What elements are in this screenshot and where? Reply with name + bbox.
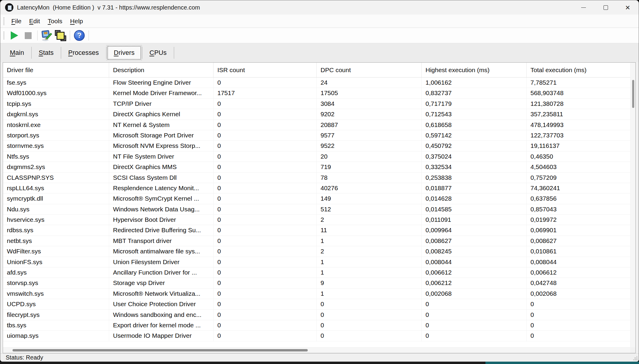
table-row[interactable]: tbs.sysExport driver for kernel mode ...… <box>3 320 630 331</box>
app-icon <box>5 3 13 12</box>
table-cell: 0 <box>213 278 317 288</box>
table-cell: 0 <box>213 120 317 130</box>
menu-edit[interactable]: Edit <box>25 16 44 26</box>
close-icon: ✕ <box>625 4 630 11</box>
tab-stats[interactable]: Stats <box>32 45 61 61</box>
table-cell: Ndu.sys <box>3 204 109 214</box>
start-monitor-button[interactable] <box>7 29 21 42</box>
horizontal-scrollbar[interactable] <box>3 347 630 353</box>
report-button[interactable] <box>54 29 67 42</box>
toolbar: ? <box>0 28 639 43</box>
table-row[interactable]: Ndu.sysWindows Network Data Usag...05120… <box>3 204 630 215</box>
table-cell: SCSI Class System Dll <box>109 173 213 183</box>
table-cell: 0,019972 <box>527 215 630 225</box>
menu-tools[interactable]: Tools <box>44 16 66 26</box>
tab-cpus[interactable]: CPUs <box>142 45 174 61</box>
table-cell: 9 <box>317 278 422 288</box>
table-cell: stornvme.sys <box>3 141 109 151</box>
menu-help[interactable]: Help <box>66 16 87 26</box>
table-row[interactable]: vmswitch.sysMicrosoft® Network Virtualiz… <box>3 289 630 299</box>
table-row[interactable]: rdbss.sysRedirected Drive Buffering Su..… <box>3 225 630 236</box>
table-row[interactable]: storvsp.sysStorage vsp Driver090,0062120… <box>3 278 630 288</box>
vertical-scrollbar[interactable] <box>630 63 635 347</box>
table-row[interactable]: ntoskrnl.exeNT Kernel & System0208870,61… <box>3 120 630 130</box>
table-cell: 478,149993 <box>527 120 630 130</box>
table-cell: 0 <box>213 310 317 320</box>
column-header-2[interactable]: ISR count <box>213 63 317 77</box>
resize-grip-icon[interactable] <box>633 356 638 360</box>
table-row[interactable]: hvservice.sysHypervisor Boot Driver020,0… <box>3 215 630 225</box>
table-row[interactable]: dxgkrnl.sysDirectX Graphics Kernel092020… <box>3 109 630 120</box>
table-cell: NT Kernel & System <box>109 120 213 130</box>
table-cell: 17517 <box>213 88 317 98</box>
tab-main[interactable]: Main <box>3 45 31 61</box>
toolbar-gripper <box>3 32 4 39</box>
table-cell: filecrypt.sys <box>3 310 109 320</box>
table-row[interactable]: WdFilter.sysMicrosoft antimalware file s… <box>3 246 630 257</box>
table-cell: 0,375024 <box>422 151 527 162</box>
table-cell: 0,002068 <box>422 289 527 299</box>
table-cell: tbs.sys <box>3 320 109 330</box>
table-row[interactable]: UnionFS.sysUnion Filesystem Driver010,00… <box>3 257 630 267</box>
table-row[interactable]: Ntfs.sysNT File System Driver0200,375024… <box>3 151 630 162</box>
help-button[interactable]: ? <box>72 29 86 42</box>
status-bar: Status: Ready <box>0 353 639 362</box>
table-cell: 0,253838 <box>422 173 527 183</box>
menu-file[interactable]: File <box>7 16 25 26</box>
table-row[interactable]: CLASSPNP.SYSSCSI Class System Dll0780,25… <box>3 173 630 183</box>
table-row[interactable]: uiomap.sysUsermode IO Mapper Driver0000 <box>3 331 630 341</box>
table-cell: 17505 <box>317 88 422 98</box>
table-cell: Redirected Drive Buffering Su... <box>109 225 213 235</box>
horizontal-scrollbar-thumb[interactable] <box>13 349 308 351</box>
close-button[interactable]: ✕ <box>617 0 639 15</box>
table-cell: 0 <box>422 320 527 330</box>
table-row[interactable]: fse.sysFlow Steering Engine Driver0241,0… <box>3 78 630 88</box>
table-row[interactable]: dxgmms2.sysDirectX Graphics MMS07190,332… <box>3 162 630 172</box>
table-cell: dxgkrnl.sys <box>3 109 109 119</box>
table-row[interactable]: netbt.sysMBT Transport driver010,0086270… <box>3 236 630 246</box>
table-row[interactable]: UCPD.sysUser Choice Protection Driver000… <box>3 299 630 309</box>
column-header-5[interactable]: Total execution (ms) <box>527 63 630 77</box>
tab-processes[interactable]: Processes <box>61 45 106 61</box>
stop-monitor-button[interactable] <box>21 29 35 42</box>
table-cell: 0,857043 <box>527 204 630 214</box>
table-cell: 40276 <box>317 183 422 193</box>
table-cell: uiomap.sys <box>3 331 109 341</box>
edit-options-button[interactable] <box>40 29 54 42</box>
table-cell: 0 <box>213 204 317 214</box>
tab-separator <box>174 47 174 59</box>
table-cell: 0,069901 <box>527 225 630 235</box>
table-row[interactable]: afd.sysAncillary Function Driver for ...… <box>3 267 630 278</box>
column-header-1[interactable]: Description <box>109 63 213 77</box>
vertical-scrollbar-thumb[interactable] <box>632 80 634 108</box>
table-cell: 0 <box>317 331 422 341</box>
column-header-3[interactable]: DPC count <box>317 63 422 77</box>
column-header-4[interactable]: Highest execution (ms) <box>422 63 527 77</box>
table-row[interactable]: symcryptk.dllMicrosoft® SymCrypt Kernel … <box>3 193 630 204</box>
window-title: LatencyMon (Home Edition ) v 7.31 - http… <box>17 4 200 11</box>
table-row[interactable]: tcpip.sysTCP/IP Driver030840,717179121,3… <box>3 99 630 109</box>
table-row[interactable]: stornvme.sysMicrosoft NVM Express Storp.… <box>3 141 630 151</box>
table-cell: 1,006162 <box>422 78 527 88</box>
table-row[interactable]: storport.sysMicrosoft Storage Port Drive… <box>3 130 630 141</box>
table-cell: User Choice Protection Driver <box>109 299 213 309</box>
table-cell: Resplendence Latency Monit... <box>109 183 213 193</box>
table-cell: 0,006212 <box>422 278 527 288</box>
table-cell: netbt.sys <box>3 236 109 246</box>
table-cell: Wdf01000.sys <box>3 88 109 98</box>
title-bar: LatencyMon (Home Edition ) v 7.31 - http… <box>0 0 639 15</box>
column-header-0[interactable]: Driver file <box>3 63 109 77</box>
table-cell: 0,006612 <box>527 267 630 278</box>
minimize-button[interactable] <box>573 0 595 15</box>
table-cell: 719 <box>317 162 422 172</box>
table-row[interactable]: Wdf01000.sysKernel Mode Driver Framewor.… <box>3 88 630 98</box>
tab-drivers[interactable]: Drivers <box>106 45 142 61</box>
table-row[interactable]: rspLLL64.sysResplendence Latency Monit..… <box>3 183 630 193</box>
maximize-button[interactable] <box>595 0 617 15</box>
table-cell: Ancillary Function Driver for ... <box>109 267 213 278</box>
table-cell: rdbss.sys <box>3 225 109 235</box>
table-cell: 0 <box>422 299 527 309</box>
toolbar-separator <box>89 30 89 41</box>
table-cell: 0 <box>527 310 630 320</box>
table-row[interactable]: filecrypt.sysWindows sandboxing and enc.… <box>3 310 630 320</box>
